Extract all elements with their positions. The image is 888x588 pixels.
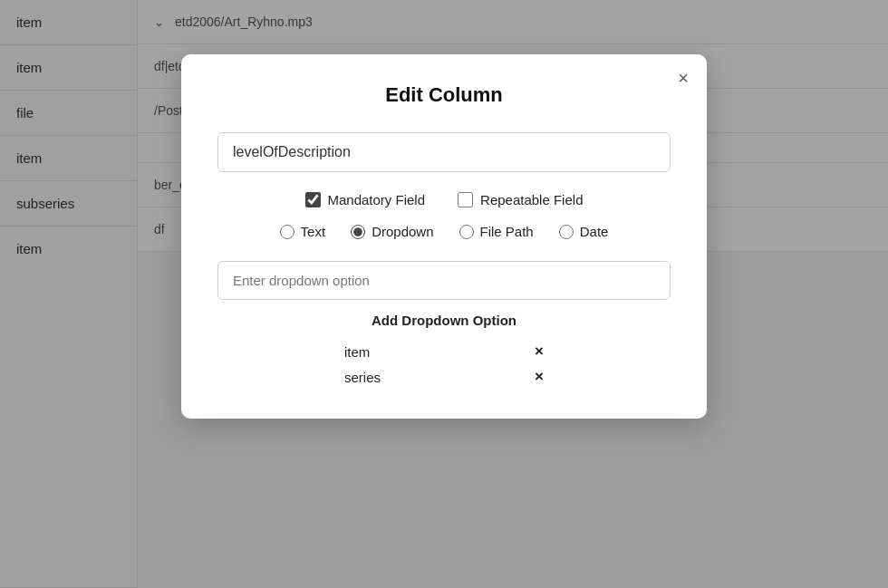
checkboxes-row: Mandatory Field Repeatable Field bbox=[217, 192, 671, 207]
radio-dropdown-label-text: Dropdown bbox=[372, 224, 433, 239]
field-type-radio-row: Text Dropdown File Path Date bbox=[217, 224, 671, 239]
dropdown-options-list: item × series × bbox=[217, 342, 671, 386]
radio-dropdown-label[interactable]: Dropdown bbox=[351, 224, 433, 239]
radio-text-label[interactable]: Text bbox=[280, 224, 326, 239]
table-row: series × bbox=[344, 368, 544, 386]
radio-dropdown[interactable] bbox=[351, 225, 365, 239]
repeatable-field-checkbox[interactable] bbox=[458, 192, 473, 207]
field-name-input[interactable] bbox=[217, 132, 671, 172]
remove-item-button[interactable]: × bbox=[535, 342, 544, 361]
radio-filepath[interactable] bbox=[459, 225, 474, 239]
close-button[interactable]: × bbox=[678, 69, 689, 87]
radio-date[interactable] bbox=[559, 225, 574, 239]
add-dropdown-option-label: Add Dropdown Option bbox=[217, 313, 671, 328]
option-name-series: series bbox=[344, 370, 417, 385]
radio-filepath-label-text: File Path bbox=[480, 224, 534, 239]
dropdown-option-input[interactable] bbox=[217, 261, 671, 300]
radio-text[interactable] bbox=[280, 225, 294, 239]
edit-column-modal: × Edit Column Mandatory Field Repeatable… bbox=[181, 54, 707, 419]
mandatory-field-label: Mandatory Field bbox=[328, 192, 426, 207]
modal-overlay: × Edit Column Mandatory Field Repeatable… bbox=[0, 0, 888, 588]
modal-title: Edit Column bbox=[217, 83, 671, 107]
radio-date-label-text: Date bbox=[580, 224, 609, 239]
remove-series-button[interactable]: × bbox=[535, 368, 544, 386]
repeatable-field-checkbox-label[interactable]: Repeatable Field bbox=[458, 192, 583, 207]
table-row: item × bbox=[344, 342, 544, 361]
radio-text-label-text: Text bbox=[301, 224, 326, 239]
option-name-item: item bbox=[344, 344, 417, 360]
radio-filepath-label[interactable]: File Path bbox=[459, 224, 534, 239]
repeatable-field-label: Repeatable Field bbox=[480, 192, 583, 207]
mandatory-field-checkbox-label[interactable]: Mandatory Field bbox=[305, 192, 426, 207]
radio-date-label[interactable]: Date bbox=[559, 224, 609, 239]
mandatory-field-checkbox[interactable] bbox=[305, 192, 321, 207]
